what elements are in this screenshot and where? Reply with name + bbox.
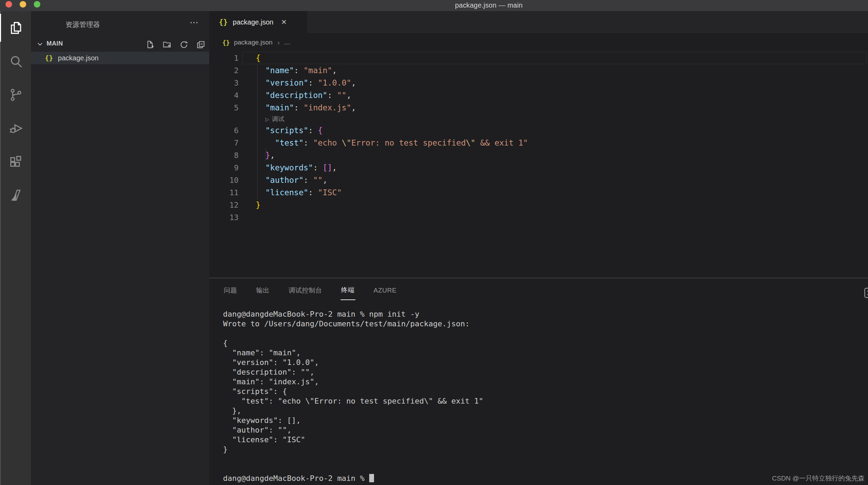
terminal-cursor: [369, 474, 374, 482]
source-control-icon[interactable]: [1, 78, 31, 111]
terminal-prompt-line[interactable]: dang@dangdeMacBook-Pro-2 main %: [223, 474, 483, 483]
code-line-12[interactable]: 12}: [209, 199, 868, 211]
chevron-right-icon: ›: [277, 39, 280, 47]
code-line-8[interactable]: 8 },: [209, 149, 868, 161]
window-title: package.json — main: [455, 1, 523, 9]
indent-guide: [265, 148, 266, 161]
collapse-all-icon[interactable]: [195, 39, 206, 50]
panel-tab-调试控制台[interactable]: 调试控制台: [288, 281, 323, 300]
terminal-line: dang@dangdeMacBook-Pro-2 main % npm init…: [223, 309, 483, 319]
terminal-line: {: [223, 338, 483, 348]
line-number: 13: [209, 213, 239, 222]
code-text: "name": "main",: [256, 66, 337, 75]
code-line-4[interactable]: 4 "description": "",: [209, 89, 868, 101]
new-folder-icon[interactable]: [161, 39, 173, 50]
panel-tab-问题[interactable]: 问题: [223, 281, 238, 300]
line-number: 12: [209, 201, 239, 209]
terminal-line: "author": "",: [223, 425, 483, 435]
debug-codelens-link[interactable]: ▷调试: [265, 115, 284, 123]
json-file-icon: {}: [219, 18, 228, 26]
terminal-line: "name": "main",: [223, 348, 483, 358]
refresh-icon[interactable]: [178, 39, 190, 50]
sidebar-section-main[interactable]: MAIN: [31, 38, 209, 50]
line-number: 1: [209, 54, 239, 62]
section-label: MAIN: [47, 40, 63, 47]
code-text: "keywords": [],: [256, 163, 337, 172]
line-number: 10: [209, 176, 239, 185]
terminal-launch-icon[interactable]: [863, 287, 868, 299]
terminal-line: "version": "1.0.0",: [223, 358, 483, 367]
line-number: 7: [209, 139, 239, 147]
indent-guide: [257, 64, 258, 199]
azure-icon[interactable]: [1, 178, 31, 212]
code-line-3[interactable]: 3 "version": "1.0.0",: [209, 77, 868, 89]
line-number: 4: [209, 91, 239, 100]
terminal-line: "description": "",: [223, 367, 483, 377]
code-line-13[interactable]: 13: [209, 211, 868, 224]
code-line-9[interactable]: 9 "keywords": [],: [209, 161, 868, 174]
line-number: 5: [209, 103, 239, 112]
code-line-6[interactable]: 6 "scripts": {: [209, 124, 868, 137]
code-text: "license": "ISC": [256, 188, 342, 197]
editor-area: {} package.json ✕ {} package.json › … 1{…: [209, 11, 868, 485]
codelens-row: ▷调试: [209, 114, 868, 124]
code-text: "version": "1.0.0",: [256, 78, 356, 87]
breadcrumb-symbol[interactable]: …: [284, 39, 290, 46]
current-line-highlight: [242, 52, 867, 64]
terminal-line: "test": "echo \"Error: no test specified…: [223, 396, 483, 406]
close-tab-icon[interactable]: ✕: [281, 18, 287, 26]
tab-package-json[interactable]: {} package.json ✕: [209, 11, 307, 33]
file-tree: {}package.json: [31, 52, 209, 64]
terminal-line: [223, 464, 483, 474]
terminal-output[interactable]: dang@dangdeMacBook-Pro-2 main % npm init…: [223, 309, 483, 483]
play-icon: ▷: [265, 117, 269, 122]
code-editor[interactable]: 1{2 "name": "main",3 "version": "1.0.0",…: [209, 52, 868, 224]
code-text: "main": "index.js",: [256, 103, 356, 112]
watermark-text: CSDN @一只特立独行的兔先森: [772, 474, 865, 483]
search-icon[interactable]: [1, 44, 31, 78]
panel-tab-终端[interactable]: 终端: [341, 281, 355, 300]
line-number: 8: [209, 151, 239, 160]
file-item-package.json[interactable]: {}package.json: [31, 52, 209, 64]
activity-bar: [0, 11, 31, 485]
code-line-11[interactable]: 11 "license": "ISC": [209, 186, 868, 199]
terminal-line: Wrote to /Users/dang/Documents/test/main…: [223, 319, 483, 329]
chevron-down-icon: [36, 40, 44, 50]
bottom-panel: 问题输出调试控制台终端AZURE dang@dangdeMacBook-Pro-…: [209, 278, 868, 485]
zoom-window-button[interactable]: [34, 1, 40, 8]
code-line-5[interactable]: 5 "main": "index.js",: [209, 101, 868, 114]
line-number: 9: [209, 164, 239, 172]
close-window-button[interactable]: [6, 1, 12, 8]
code-line-2[interactable]: 2 "name": "main",: [209, 64, 868, 77]
panel-tab-AZURE[interactable]: AZURE: [373, 282, 397, 299]
terminal-line: "keywords": [],: [223, 416, 483, 425]
sidebar-more-actions-icon[interactable]: ⋯: [190, 17, 199, 28]
code-text: "test": "echo \"Error: no test specified…: [256, 138, 528, 147]
code-text: "scripts": {: [256, 126, 323, 135]
terminal-line: }: [223, 445, 483, 454]
terminal-line: [223, 454, 483, 464]
title-bar: package.json — main: [0, 0, 868, 11]
terminal-line: "license": "ISC": [223, 435, 483, 445]
run-debug-icon[interactable]: [1, 111, 31, 145]
explorer-icon[interactable]: [1, 11, 31, 44]
extensions-icon[interactable]: [1, 145, 31, 178]
json-file-icon: {}: [45, 54, 53, 62]
line-number: 3: [209, 79, 239, 87]
terminal-line: "main": "index.js",: [223, 377, 483, 387]
minimize-window-button[interactable]: [20, 1, 26, 8]
panel-tab-bar: 问题输出调试控制台终端AZURE: [223, 278, 415, 303]
explorer-sidebar: 资源管理器 ⋯ MAIN {}package.json: [31, 11, 209, 485]
panel-tab-输出[interactable]: 输出: [255, 281, 270, 300]
new-file-icon[interactable]: [144, 39, 156, 50]
code-line-10[interactable]: 10 "author": "",: [209, 174, 868, 186]
vscode-window: package.json — main 资源管理器 ⋯ MAIN {}packa…: [0, 0, 868, 485]
code-text: "description": "",: [256, 91, 351, 100]
breadcrumb-file[interactable]: package.json: [234, 39, 273, 46]
terminal-line: },: [223, 406, 483, 416]
sidebar-header: 资源管理器 ⋯: [31, 11, 209, 34]
terminal-line: [223, 329, 483, 338]
line-number: 11: [209, 188, 239, 197]
breadcrumb[interactable]: {} package.json › …: [209, 33, 868, 52]
code-line-7[interactable]: 7 "test": "echo \"Error: no test specifi…: [209, 137, 868, 149]
